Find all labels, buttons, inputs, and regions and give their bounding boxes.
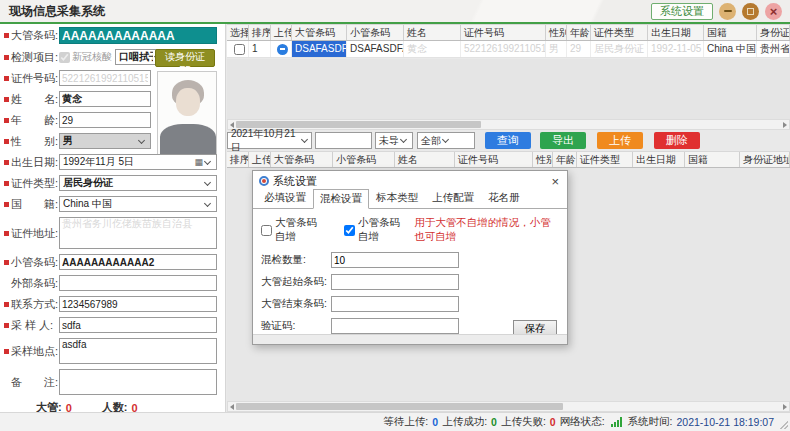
row-checkbox[interactable] — [234, 44, 245, 55]
network-status-label: 网络状态: — [560, 415, 605, 429]
row-gender-cell: 男 — [546, 41, 567, 57]
sampler-input[interactable] — [59, 317, 217, 333]
big-barcode-input[interactable] — [59, 27, 217, 44]
col-name[interactable]: 姓名 — [404, 25, 461, 40]
filter-search-input[interactable] — [315, 132, 372, 149]
small-barcode-auto-checkbox[interactable] — [344, 225, 355, 236]
network-signal-icon — [611, 417, 622, 427]
delete-button[interactable]: 删除 — [654, 132, 700, 149]
required-marker — [4, 260, 9, 265]
covid-nucleic-checkbox[interactable] — [59, 52, 70, 63]
col-birth-date[interactable]: 出生日期 — [633, 152, 685, 167]
col-select[interactable]: 选择 — [227, 25, 249, 40]
filter-export-state-value: 未导 — [379, 134, 399, 148]
filter-export-state-select[interactable]: 未导 — [375, 132, 413, 149]
name-input[interactable] — [59, 91, 151, 107]
external-barcode-row: 外部条码: — [4, 275, 225, 291]
resize-grip[interactable] — [779, 420, 788, 429]
required-marker — [4, 231, 9, 236]
col-id-number[interactable]: 证件号码 — [455, 152, 533, 167]
tab-roster[interactable]: 花名册 — [481, 188, 527, 208]
scroll-left-icon[interactable] — [230, 404, 234, 410]
scroll-right-icon[interactable] — [783, 122, 787, 128]
window-titlebar[interactable]: 现场信息采集系统 系统设置 × — [0, 0, 790, 22]
chevron-down-icon — [204, 157, 211, 164]
col-address[interactable]: 身份证地址 — [740, 152, 790, 167]
captcha-input[interactable] — [331, 318, 459, 334]
dialog-body: 大管条码自增 小管条码自增 用于大管不自增的情况，小管也可自增 混检数量: 大管… — [253, 209, 567, 333]
filter-date-picker[interactable]: 2021年10月21日 — [227, 132, 312, 149]
required-marker — [4, 302, 9, 307]
col-order[interactable]: 排序 — [249, 25, 271, 40]
mix-count-input[interactable] — [331, 252, 459, 268]
col-id-type[interactable]: 证件类型 — [577, 152, 633, 167]
maximize-button[interactable] — [742, 3, 759, 20]
export-button[interactable]: 导出 — [540, 132, 586, 149]
mix-count-label: 混检数量: — [261, 253, 331, 267]
submitted-list-table: 选择 排序 上传 大管条码 小管条码 姓名 证件号码 性别 年龄 证件类型 出生… — [227, 24, 790, 58]
table2-scroll-thumb[interactable] — [236, 403, 563, 410]
col-name[interactable]: 姓名 — [395, 152, 455, 167]
sample-site-textarea[interactable]: asdfa — [59, 338, 217, 364]
row-id-type-cell: 居民身份证 — [591, 41, 648, 57]
name-label: 姓 名: — [11, 92, 59, 107]
small-barcode-input[interactable] — [59, 254, 217, 270]
nationality-select[interactable]: China 中国 — [59, 196, 217, 212]
col-small-barcode[interactable]: 小管条码 — [347, 25, 404, 40]
col-big-barcode[interactable]: 大管条码 — [292, 25, 347, 40]
row-address-cell: 贵州省务川仡佬族苗族自治县 — [757, 41, 790, 57]
wait-upload-label: 等待上传: — [383, 415, 428, 429]
dialog-close-icon[interactable]: × — [549, 175, 561, 188]
required-marker — [4, 76, 9, 81]
id-type-select[interactable]: 居民身份证 — [59, 175, 217, 191]
tab-upload-config[interactable]: 上传配置 — [425, 188, 481, 208]
close-button[interactable]: × — [765, 3, 782, 20]
query-button[interactable]: 查询 — [485, 132, 531, 149]
col-nationality[interactable]: 国籍 — [685, 152, 740, 167]
col-order[interactable]: 排序 — [227, 152, 249, 167]
required-marker — [4, 349, 9, 354]
tab-specimen-type[interactable]: 标本类型 — [369, 188, 425, 208]
contact-label: 联系方式: — [11, 297, 59, 312]
read-id-card-button[interactable]: 读身份证（F5） — [155, 49, 215, 67]
system-settings-button[interactable]: 系统设置 — [651, 3, 713, 20]
chevron-down-icon — [400, 136, 407, 143]
col-nationality[interactable]: 国籍 — [704, 25, 757, 40]
remark-textarea[interactable] — [59, 369, 217, 395]
tab-mix-settings[interactable]: 混检设置 — [313, 189, 369, 209]
id-address-textarea[interactable]: 贵州省务川仡佬族苗族自治县 — [59, 217, 217, 249]
big-end-input[interactable] — [331, 296, 459, 312]
system-time-value: 2021-10-21 18:19:07 — [677, 416, 775, 428]
col-age[interactable]: 年龄 — [553, 152, 577, 167]
col-upload[interactable]: 上传 — [249, 152, 271, 167]
upload-button[interactable]: 上传 — [597, 132, 643, 149]
minimize-button[interactable] — [719, 3, 736, 20]
external-barcode-input[interactable] — [59, 275, 217, 291]
col-upload[interactable]: 上传 — [271, 25, 292, 40]
table2-hscrollbar[interactable] — [227, 401, 790, 412]
col-small-barcode[interactable]: 小管条码 — [333, 152, 395, 167]
id-address-row: 证件地址: 贵州省务川仡佬族苗族自治县 — [4, 217, 225, 249]
id-number-input[interactable] — [59, 70, 151, 86]
table1-hscrollbar[interactable] — [227, 119, 790, 130]
col-big-barcode[interactable]: 大管条码 — [271, 152, 333, 167]
col-birth-date[interactable]: 出生日期 — [648, 25, 704, 40]
gender-select[interactable]: 男 — [59, 133, 151, 149]
big-start-input[interactable] — [331, 274, 459, 290]
col-age[interactable]: 年龄 — [567, 25, 591, 40]
col-gender[interactable]: 性别 — [546, 25, 567, 40]
table-row[interactable]: 1 DSAFASDFAAAS DSAFASDFAAAS1 黄念 52212619… — [227, 41, 790, 58]
big-barcode-auto-checkbox[interactable] — [261, 225, 272, 236]
birth-date-value: 1992年11月 5日 — [63, 155, 194, 169]
col-id-number[interactable]: 证件号码 — [461, 25, 546, 40]
tab-required-settings[interactable]: 必填设置 — [257, 188, 313, 208]
contact-input[interactable] — [59, 296, 217, 312]
row-select-cell — [227, 41, 249, 57]
col-address[interactable]: 身份证地址 — [757, 25, 790, 40]
col-gender[interactable]: 性别 — [533, 152, 553, 167]
filter-scope-select[interactable]: 全部 — [417, 132, 475, 149]
birth-date-picker[interactable]: 1992年11月 5日 ▦ — [59, 154, 217, 170]
scroll-right-icon[interactable] — [783, 404, 787, 410]
age-input[interactable] — [59, 112, 151, 128]
col-id-type[interactable]: 证件类型 — [591, 25, 648, 40]
